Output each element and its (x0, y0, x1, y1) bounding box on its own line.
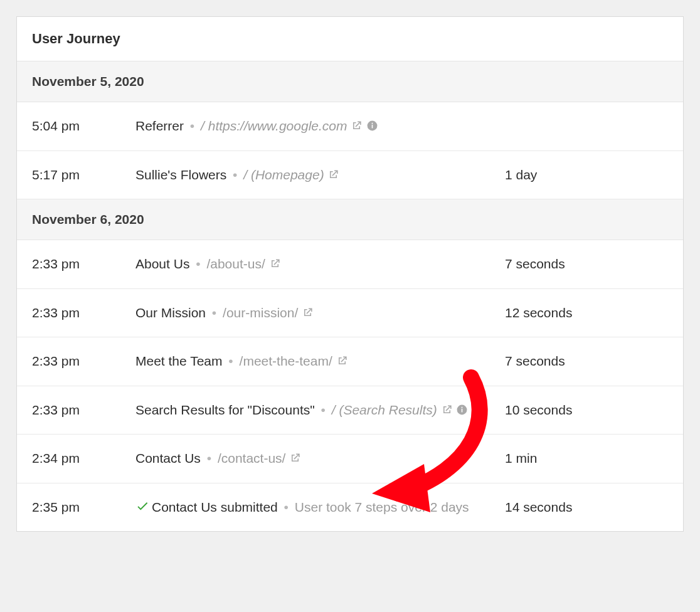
row-path: / https://www.google.com (201, 119, 347, 133)
row-title: Referrer (135, 119, 184, 133)
separator-dot: • (189, 256, 206, 271)
separator-dot: • (278, 500, 295, 514)
check-icon (135, 499, 149, 513)
row-title: Sullie's Flowers (135, 167, 226, 182)
row-main: Search Results for "Discounts" • / (Sear… (135, 400, 505, 421)
row-time: 2:34 pm (32, 448, 135, 469)
row-title: Contact Us (135, 451, 201, 465)
journey-row: 2:33 pmSearch Results for "Discounts" • … (17, 386, 683, 435)
external-link-icon[interactable] (441, 404, 453, 416)
row-main: Meet the Team • /meet-the-team/ (135, 351, 505, 372)
external-link-icon[interactable] (269, 258, 281, 270)
info-icon[interactable] (366, 120, 378, 132)
row-duration: 1 day (505, 165, 668, 186)
user-journey-panel: User Journey November 5, 20205:04 pmRefe… (16, 16, 684, 532)
row-title: About Us (135, 256, 189, 271)
row-path: / (Search Results) (332, 403, 437, 417)
row-duration: 7 seconds (505, 351, 668, 372)
row-duration: 10 seconds (505, 400, 668, 421)
row-time: 2:33 pm (32, 303, 135, 324)
row-title: Our Mission (135, 305, 206, 320)
external-link-icon[interactable] (302, 307, 314, 319)
external-link-icon[interactable] (336, 355, 348, 367)
row-title: Meet the Team (135, 354, 223, 368)
info-icon[interactable] (456, 404, 468, 416)
external-link-icon[interactable] (289, 452, 301, 464)
separator-dot: • (223, 354, 240, 368)
separator-dot: • (315, 403, 332, 417)
journey-row: 2:33 pmAbout Us • /about-us/ 7 seconds (17, 240, 683, 289)
row-main: Sullie's Flowers • / (Homepage) (135, 165, 505, 186)
row-main: About Us • /about-us/ (135, 254, 505, 275)
row-summary: User took 7 steps over 2 days (295, 500, 469, 514)
row-path: /about-us/ (206, 256, 265, 271)
row-duration: 7 seconds (505, 254, 668, 275)
journey-row: 5:17 pmSullie's Flowers • / (Homepage) 1… (17, 151, 683, 200)
svg-rect-1 (372, 125, 373, 129)
row-title: Search Results for "Discounts" (135, 403, 315, 417)
row-time: 2:33 pm (32, 351, 135, 372)
svg-rect-4 (462, 409, 463, 413)
row-main: Contact Us • /contact-us/ (135, 448, 505, 469)
separator-dot: • (184, 119, 201, 133)
row-main: Our Mission • /our-mission/ (135, 303, 505, 324)
separator-dot: • (226, 167, 243, 182)
journey-row: 2:34 pmContact Us • /contact-us/ 1 min (17, 435, 683, 483)
row-path: /our-mission/ (223, 305, 298, 320)
svg-rect-2 (372, 123, 373, 124)
row-time: 5:17 pm (32, 165, 135, 186)
row-time: 2:35 pm (32, 497, 135, 518)
date-group-header: November 6, 2020 (17, 199, 683, 240)
external-link-icon[interactable] (351, 120, 363, 132)
journey-row: 2:33 pmOur Mission • /our-mission/ 12 se… (17, 289, 683, 338)
row-title: Contact Us submitted (152, 500, 278, 514)
panel-title: User Journey (17, 17, 683, 61)
row-path: / (Homepage) (243, 167, 324, 182)
row-duration: 14 seconds (505, 497, 668, 518)
journey-row: 2:35 pmContact Us submitted • User took … (17, 483, 683, 532)
external-link-icon[interactable] (327, 169, 339, 181)
row-time: 2:33 pm (32, 254, 135, 275)
journey-row: 5:04 pmReferrer • / https://www.google.c… (17, 102, 683, 151)
row-time: 2:33 pm (32, 400, 135, 421)
date-group-header: November 5, 2020 (17, 61, 683, 102)
svg-rect-5 (462, 406, 463, 408)
row-main: Referrer • / https://www.google.com (135, 116, 505, 137)
separator-dot: • (206, 305, 223, 320)
row-duration: 1 min (505, 448, 668, 469)
row-duration: 12 seconds (505, 303, 668, 324)
row-time: 5:04 pm (32, 116, 135, 137)
row-main: Contact Us submitted • User took 7 steps… (135, 497, 505, 518)
row-path: /contact-us/ (218, 451, 286, 465)
separator-dot: • (201, 451, 218, 465)
row-path: /meet-the-team/ (240, 354, 332, 368)
journey-row: 2:33 pmMeet the Team • /meet-the-team/ 7… (17, 337, 683, 386)
